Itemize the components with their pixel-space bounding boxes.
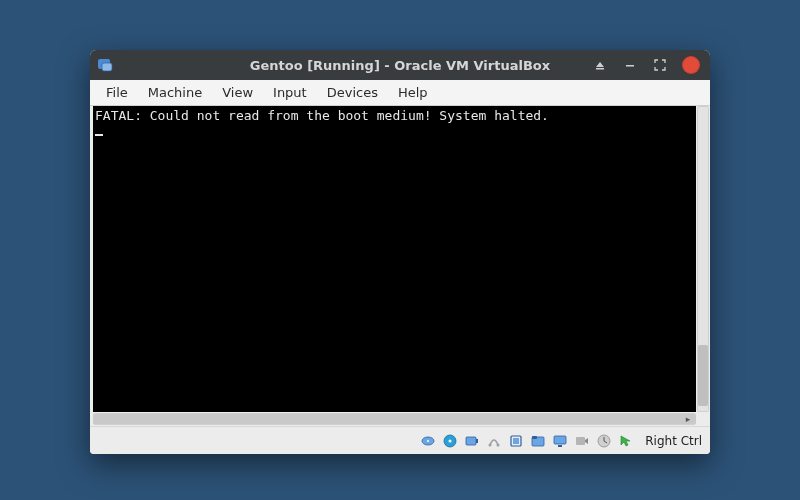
shared-folders-icon[interactable] bbox=[529, 432, 547, 450]
menubar: File Machine View Input Devices Help bbox=[90, 80, 710, 106]
close-icon[interactable] bbox=[682, 56, 700, 74]
svg-point-5 bbox=[427, 440, 429, 442]
titlebar[interactable]: Gentoo [Running] - Oracle VM VirtualBox bbox=[90, 50, 710, 80]
eject-icon[interactable] bbox=[592, 57, 608, 73]
svg-point-7 bbox=[449, 439, 452, 442]
vm-console[interactable]: FATAL: Could not read from the boot medi… bbox=[93, 106, 696, 412]
menu-help[interactable]: Help bbox=[388, 82, 438, 103]
maximize-icon[interactable] bbox=[652, 57, 668, 73]
svg-rect-16 bbox=[554, 436, 566, 444]
network-icon[interactable] bbox=[485, 432, 503, 450]
svg-point-10 bbox=[489, 443, 492, 446]
svg-rect-1 bbox=[102, 63, 112, 71]
svg-rect-15 bbox=[532, 436, 537, 439]
menu-input[interactable]: Input bbox=[263, 82, 317, 103]
svg-point-11 bbox=[497, 443, 500, 446]
vertical-scrollbar-thumb[interactable] bbox=[698, 345, 708, 406]
menu-machine[interactable]: Machine bbox=[138, 82, 212, 103]
horizontal-scrollbar[interactable]: ◂ ▸ bbox=[93, 412, 696, 426]
svg-rect-18 bbox=[576, 437, 585, 445]
svg-rect-2 bbox=[596, 68, 604, 70]
svg-rect-9 bbox=[476, 439, 478, 443]
vertical-scrollbar[interactable] bbox=[696, 106, 710, 412]
menu-devices[interactable]: Devices bbox=[317, 82, 388, 103]
virtualbox-window: Gentoo [Running] - Oracle VM VirtualBox … bbox=[90, 50, 710, 454]
cpu-icon[interactable] bbox=[595, 432, 613, 450]
minimize-icon[interactable] bbox=[622, 57, 638, 73]
hard-disk-icon[interactable] bbox=[419, 432, 437, 450]
usb-icon[interactable] bbox=[507, 432, 525, 450]
horizontal-scrollbar-thumb[interactable] bbox=[93, 414, 696, 424]
scroll-right-arrow-icon[interactable]: ▸ bbox=[682, 414, 694, 424]
svg-rect-13 bbox=[513, 438, 519, 444]
text-cursor bbox=[95, 134, 103, 136]
menu-view[interactable]: View bbox=[212, 82, 263, 103]
display-icon[interactable] bbox=[551, 432, 569, 450]
recording-icon[interactable] bbox=[573, 432, 591, 450]
console-line: FATAL: Could not read from the boot medi… bbox=[95, 108, 549, 123]
app-icon bbox=[90, 56, 120, 74]
menu-file[interactable]: File bbox=[96, 82, 138, 103]
optical-disk-icon[interactable] bbox=[441, 432, 459, 450]
svg-rect-8 bbox=[466, 437, 476, 445]
audio-icon[interactable] bbox=[463, 432, 481, 450]
svg-rect-17 bbox=[558, 445, 562, 447]
svg-rect-3 bbox=[626, 65, 634, 67]
statusbar: Right Ctrl bbox=[90, 426, 710, 454]
mouse-integration-icon[interactable] bbox=[617, 432, 635, 450]
vm-display-area: FATAL: Could not read from the boot medi… bbox=[90, 106, 710, 426]
host-key-label: Right Ctrl bbox=[645, 434, 702, 448]
